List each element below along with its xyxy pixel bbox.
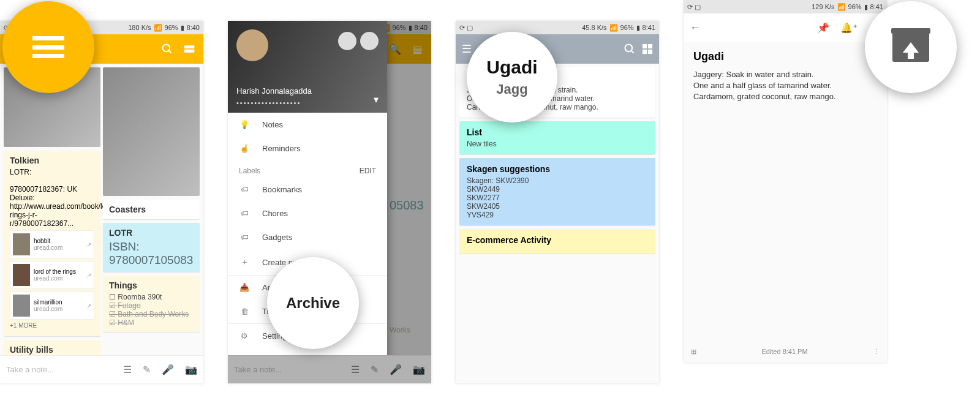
- notes-grid[interactable]: Tolkien LOTR: 9780007182367: UK Deluxe: …: [0, 64, 203, 355]
- avatar-alt[interactable]: [338, 32, 356, 50]
- zoom-unarchive-icon: [865, 1, 957, 93]
- svg-line-1: [169, 51, 172, 53]
- note-skagen[interactable]: Skagen suggestions Skagen: SKW2390 SKW24…: [459, 158, 655, 225]
- svg-point-4: [625, 45, 633, 52]
- view-toggle-icon[interactable]: [183, 42, 196, 56]
- hamburger-icon[interactable]: ☰: [462, 42, 472, 56]
- unarchive-icon: [892, 32, 929, 62]
- search-icon[interactable]: [624, 43, 636, 55]
- pin-icon[interactable]: 📌: [817, 22, 829, 34]
- svg-rect-9: [648, 50, 652, 54]
- label-item[interactable]: 🏷Gadgets: [228, 225, 387, 249]
- note-title: Things: [109, 280, 194, 290]
- nav-notes[interactable]: 💡Notes: [228, 113, 387, 137]
- battery-pct: 96%: [165, 24, 178, 31]
- note-line[interactable]: Jaggery: Soak in water and strain.: [693, 69, 877, 80]
- trash-icon: 🗑: [239, 307, 250, 316]
- edited-label: Edited 8:41 PM: [761, 348, 807, 355]
- label-item[interactable]: 🏷Bookmarks: [228, 178, 387, 201]
- labels-header: LabelsEDIT: [228, 160, 387, 178]
- note-tolkien[interactable]: Tolkien LOTR: 9780007182367: UK Deluxe: …: [4, 151, 100, 336]
- finger-icon: ☝: [239, 144, 250, 153]
- link-card[interactable]: hobbituread.com↗: [10, 230, 94, 258]
- note-title: LOTR: [109, 228, 194, 238]
- zoom-archive-label: Archive: [267, 257, 359, 349]
- note-things[interactable]: Things ☐ Roomba 390t ☑ Futago ☑ Bath and…: [103, 276, 200, 332]
- gear-icon: ⚙: [239, 331, 250, 340]
- note-coasters-caption[interactable]: Coasters: [103, 200, 200, 219]
- note-title: Coasters: [109, 205, 194, 214]
- link-card[interactable]: lord of the ringsuread.com↗: [10, 261, 94, 289]
- svg-rect-8: [643, 50, 647, 54]
- account-email: ••••••••••••••••••: [236, 99, 301, 107]
- avatar-alt[interactable]: [360, 32, 379, 50]
- bulb-icon: 💡: [239, 120, 250, 129]
- search-icon[interactable]: [160, 42, 174, 56]
- label-icon: 🏷: [239, 185, 250, 194]
- note-image-coasters[interactable]: [103, 67, 200, 196]
- label-icon: 🏷: [239, 209, 250, 218]
- plus-icon: ＋: [239, 257, 250, 268]
- note-line[interactable]: One and a half glass of tamarind water.: [693, 80, 877, 91]
- edit-labels[interactable]: EDIT: [360, 167, 376, 175]
- take-note-hint[interactable]: Take a note...: [6, 365, 112, 374]
- note-body-area[interactable]: Ugadi Jaggery: Soak in water and strain.…: [684, 42, 887, 111]
- note-line[interactable]: Cardamom, grated coconut, raw mango.: [693, 91, 877, 102]
- svg-line-5: [631, 51, 634, 53]
- hamburger-icon: [32, 36, 64, 58]
- zoom-ugadi-label: Ugadi Jagg: [467, 32, 557, 122]
- note-title: Tolkien: [10, 156, 94, 165]
- status-right: 180 K/s 📶 96% ▮ 8:40: [128, 24, 200, 32]
- draw-icon[interactable]: ✎: [143, 364, 151, 375]
- status-bar: ⟳ ▢ 45.8 K/s 📶 96% ▮ 8:41: [456, 21, 659, 34]
- label-icon: 🏷: [239, 233, 250, 242]
- link-card[interactable]: silmarillionuread.com↗: [10, 292, 94, 320]
- note-title: Utility bills: [10, 345, 94, 355]
- label-item[interactable]: 🏷Chores: [228, 201, 387, 225]
- net-speed: 180 K/s: [128, 24, 151, 31]
- clock: 8:40: [187, 24, 200, 31]
- note-lotr[interactable]: LOTR ISBN: 9780007105083: [103, 223, 200, 272]
- detail-toolbar: ← 📌 🔔⁺ 📤: [684, 13, 887, 42]
- zoom-hamburger: [2, 1, 94, 93]
- back-icon[interactable]: ←: [690, 21, 701, 34]
- note-list[interactable]: List New tiles: [459, 121, 655, 154]
- plus-more[interactable]: +1 MORE: [10, 320, 94, 331]
- add-icon[interactable]: ⊞: [691, 348, 696, 356]
- mic-icon[interactable]: 🎤: [162, 364, 174, 375]
- status-bar: ⟳ ▢ 129 K/s 📶 96% ▮ 8:41: [684, 0, 887, 13]
- drawer-header[interactable]: Harish Jonnalagadda •••••••••••••••••• ▾: [228, 21, 387, 113]
- screen-note-detail: ⟳ ▢ 129 K/s 📶 96% ▮ 8:41 ← 📌 🔔⁺ 📤 Ugadi …: [684, 0, 887, 363]
- svg-rect-7: [648, 44, 652, 48]
- create-note-bar[interactable]: Take a note... ☰ ✎ 🎤 📷: [0, 355, 203, 383]
- grid-toggle-icon[interactable]: [642, 43, 653, 55]
- create-note-bar-dimmed: Take a note...☰✎🎤📷: [228, 355, 431, 383]
- svg-point-0: [163, 45, 170, 52]
- avatar[interactable]: [236, 29, 268, 61]
- note-ecommerce[interactable]: E-commerce Activity: [459, 229, 655, 254]
- note-body: LOTR: 9780007182367: UK Deluxe: http://w…: [10, 168, 94, 228]
- note-title[interactable]: Ugadi: [693, 50, 877, 63]
- svg-rect-3: [184, 50, 195, 53]
- note-body: ISBN: 9780007105083: [109, 240, 194, 267]
- archive-icon: 📥: [239, 283, 250, 292]
- svg-rect-6: [643, 44, 647, 48]
- camera-icon[interactable]: 📷: [185, 364, 197, 375]
- reminder-icon[interactable]: 🔔⁺: [840, 22, 858, 34]
- svg-rect-2: [184, 45, 195, 48]
- overflow-icon[interactable]: ⋮: [873, 348, 880, 356]
- note-utility[interactable]: Utility bills: [4, 340, 100, 355]
- detail-footer: ⊞ Edited 8:41 PM ⋮: [684, 340, 887, 363]
- chevron-down-icon[interactable]: ▾: [374, 94, 379, 105]
- account-name: Harish Jonnalagadda: [236, 86, 312, 96]
- list-icon[interactable]: ☰: [123, 364, 132, 375]
- nav-reminders[interactable]: ☝Reminders: [228, 137, 387, 160]
